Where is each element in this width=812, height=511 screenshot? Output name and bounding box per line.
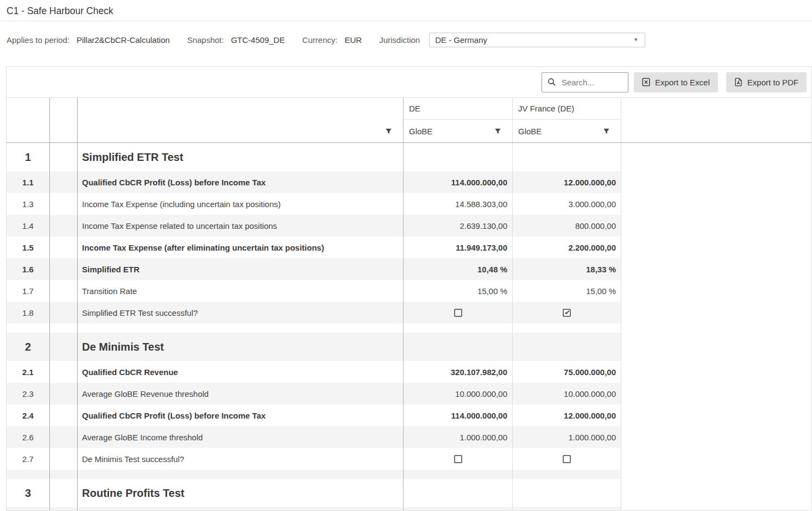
table-row: 2.4Qualified CbCR Profit (Loss) before I… [7,404,621,426]
column-subheader-row: GloBE GloBE [7,120,621,142]
row-number-cell [7,507,50,511]
value-cell-de [404,333,513,361]
subheader-label: GloBE [409,127,432,136]
search-box [542,72,628,92]
table-row: 1.1Qualified CbCR Profit (Loss) before I… [7,171,621,193]
row-flag-cell [50,507,78,511]
row-flag-cell [50,470,78,479]
subheader-label: GloBE [518,127,542,136]
checkbox-checked[interactable] [563,309,571,317]
section-title: Routine Profits Test [78,479,404,507]
currency-label: Currency: [302,35,337,45]
column-group-jv-france: JV France (DE) [513,98,621,120]
grid-toolbar: Export to Excel Export to PDF [7,67,811,98]
row-number-cell: 1.7 [7,280,50,302]
value-cell-jv-france [513,479,621,507]
checkbox-unchecked[interactable] [563,455,571,463]
period-value: Pillar2&CbCR-Calculation [77,35,170,45]
row-flag-cell [50,302,78,323]
filter-funnel-icon[interactable] [603,128,610,135]
section-title: Simplified ETR Test [78,143,404,171]
jurisdiction-dropdown[interactable]: DE - Germany ▼ [429,33,645,47]
value-cell-de: 14.588.303,00 [404,193,513,215]
row-label-cell [78,507,404,511]
value-cell-jv-france: 12.000.000,00 [513,404,621,426]
export-excel-button[interactable]: Export to Excel [634,72,718,92]
value-cell-de [404,302,513,323]
value-cell-de: 114.000.000,00 [404,404,513,426]
table-body: 1Simplified ETR Test1.1Qualified CbCR Pr… [7,143,811,511]
checkbox-unchecked[interactable] [454,309,462,317]
row-flag-cell [50,143,78,171]
row-number-cell: 1.6 [7,258,50,280]
description-filter-cell [78,120,404,142]
row-label-cell: Qualified CbCR Profit (Loss) before Inco… [78,171,404,193]
row-flag-cell [50,333,78,361]
value-cell-de [404,470,513,479]
value-cell-jv-france [513,333,621,361]
currency-value: EUR [344,35,362,45]
safe-harbour-grid: Export to Excel Export to PDF DE JV Fran… [6,66,812,511]
period-label: Applies to period: [7,35,70,45]
table-row: 2.3Average GloBE Revenue threshold10.000… [7,383,621,404]
value-cell-jv-france: 12.000.000,00 [513,171,621,193]
value-cell-de [404,323,513,333]
header-cell-empty [7,98,50,120]
value-cell-jv-france [513,143,621,171]
value-cell-jv-france: 2.200.000,00 [513,236,621,258]
row-flag-cell [50,448,78,470]
jurisdiction-group: Jurisdiction [379,35,420,45]
row-flag-cell [50,258,78,280]
row-number-cell [7,323,50,333]
export-excel-label: Export to Excel [655,78,710,87]
row-number-cell: 1.5 [7,236,50,258]
table-row: 1.7Transition Rate15,00 %15,00 % [7,280,621,302]
snapshot-group: Snapshot: GTC-4509_DE [187,35,285,45]
snapshot-value: GTC-4509_DE [231,35,285,45]
value-cell-jv-france [513,507,621,511]
section-title: De Minimis Test [78,333,404,361]
header-cell-empty [50,98,78,120]
filter-funnel-icon[interactable] [494,128,501,135]
export-pdf-button[interactable]: Export to PDF [726,72,807,92]
table-row: 1.4Income Tax Expense related to uncerta… [7,215,621,236]
value-cell-jv-france [513,470,621,479]
value-cell-jv-france: 3.000.000,00 [513,193,621,215]
header-cell-empty [50,120,78,142]
jurisdiction-selected-value: DE - Germany [435,35,633,45]
row-number-cell: 1 [7,143,50,171]
table-row: 2.6Average GloBE Income threshold1.000.0… [7,426,621,448]
value-cell-jv-france [513,323,621,333]
value-cell-jv-france [513,302,621,323]
row-label-cell: Qualified CbCR Revenue [78,361,404,383]
row-flag-cell [50,426,78,448]
row-label-cell: Average GloBE Revenue threshold [78,383,404,404]
meta-bar: Applies to period: Pillar2&CbCR-Calculat… [0,21,812,53]
jurisdiction-label: Jurisdiction [379,35,420,45]
row-label-cell: Qualified CbCR Profit (Loss) before Inco… [78,404,404,426]
value-cell-de [404,143,513,171]
value-cell-de: 114.000.000,00 [404,171,513,193]
value-cell-jv-france: 800.000,00 [513,215,621,236]
row-flag-cell [50,193,78,215]
filter-funnel-icon[interactable] [385,128,392,135]
row-label-cell: Income Tax Expense (including uncertain … [78,193,404,215]
spacer-row [7,323,621,333]
table-row: 2.1Qualified CbCR Revenue320.107.982,007… [7,361,621,383]
row-label-cell: Average GloBE Income threshold [78,426,404,448]
value-cell-de [404,507,513,511]
column-group-de: DE [404,98,513,120]
row-flag-cell [50,404,78,426]
row-flag-cell [50,215,78,236]
checkbox-unchecked[interactable] [454,455,462,463]
row-number-cell: 2.3 [7,383,50,404]
section-row: 3Routine Profits Test [7,479,621,507]
row-number-cell: 2.7 [7,448,50,470]
value-cell-de: 11.949.173,00 [404,236,513,258]
search-input[interactable] [562,78,624,87]
page-title: C1 - Safe Harbour Check [7,5,805,17]
checkmark-icon [564,310,569,315]
row-flag-cell [50,361,78,383]
table-row: 1.3Income Tax Expense (including uncerta… [7,193,621,215]
spacer-row [7,470,621,479]
